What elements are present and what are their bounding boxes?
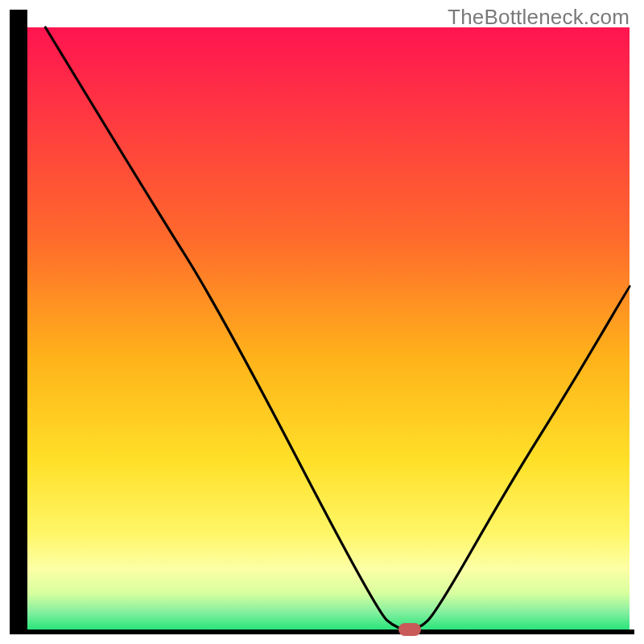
axis-bottom: [10, 630, 634, 634]
optimal-marker: [398, 623, 421, 636]
axis-left: [10, 10, 27, 634]
chart-svg: [0, 0, 644, 644]
watermark-text: TheBottleneck.com: [448, 5, 630, 30]
bottleneck-chart: TheBottleneck.com: [0, 0, 644, 644]
plot-background: [27, 27, 630, 630]
